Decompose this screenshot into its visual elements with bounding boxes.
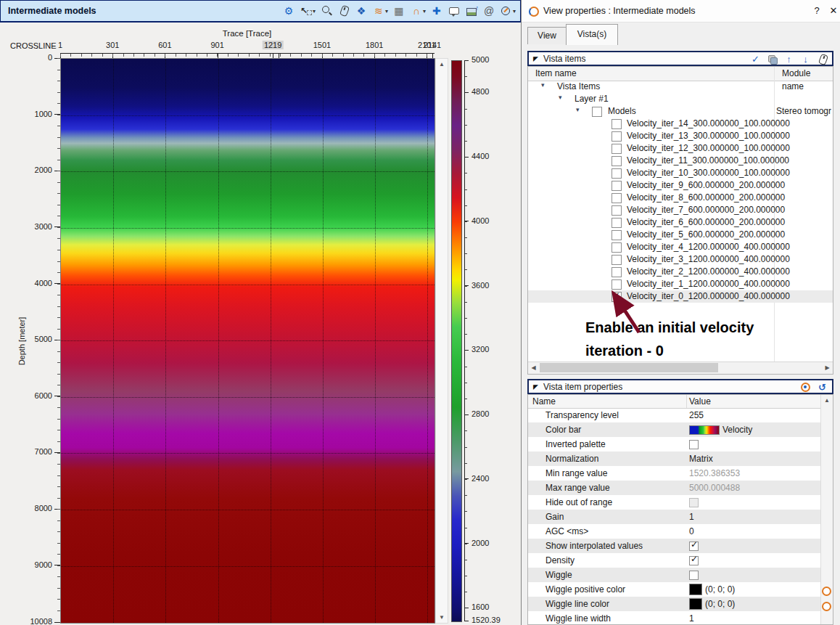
copy-items-icon[interactable] (767, 54, 778, 65)
move-up-icon[interactable]: ↑ (783, 54, 794, 65)
column-item-name[interactable]: Item name (535, 67, 577, 80)
property-checkbox[interactable] (689, 498, 699, 507)
tree-row[interactable]: Velocity_iter_11_300.000000_100.000000 (528, 155, 833, 167)
help-button[interactable]: ? (809, 0, 825, 22)
property-value[interactable]: Matrix (689, 452, 713, 466)
reset-icon[interactable]: ↺ (817, 382, 828, 393)
item-checkbox[interactable]: ✓ (612, 292, 622, 302)
scroll-up-icon[interactable]: ▲ (436, 59, 448, 70)
tree-row[interactable]: ▾ Vista Items (528, 81, 833, 93)
tree-row[interactable]: Velocity_iter_12_300.000000_100.000000 (528, 142, 833, 155)
property-row[interactable]: Density ✓ (528, 553, 821, 568)
dropdown-arrow-icon[interactable]: ▾ (313, 8, 316, 15)
property-value[interactable]: (0; 0; 0) (705, 582, 735, 597)
property-checkbox[interactable] (689, 440, 699, 449)
tree-row[interactable]: Velocity_iter_7_600.000000_200.000000 (528, 204, 833, 216)
property-value[interactable]: Velocity (722, 422, 752, 437)
item-checkbox[interactable] (612, 242, 622, 253)
scroll-right-icon[interactable]: ▶ (822, 362, 833, 373)
property-row[interactable]: Inverted palette (528, 437, 821, 452)
property-value[interactable]: 1 (689, 510, 694, 524)
tree-row[interactable]: ▾ Models Stereo tomogr (528, 105, 833, 118)
item-checkbox[interactable] (612, 230, 622, 240)
expand-arrow-icon[interactable]: ▾ (541, 81, 545, 89)
settings-gear-icon[interactable]: ⚙ (283, 3, 295, 19)
property-color-swatch[interactable] (689, 425, 720, 435)
item-checkbox[interactable] (612, 255, 622, 265)
dropdown-arrow-icon[interactable]: ▾ (513, 8, 516, 15)
tree-row[interactable]: Velocity_iter_14_300.000000_100.000000 (528, 118, 833, 130)
section-collapse-icon[interactable]: ◤ (533, 381, 538, 393)
expand-arrow-icon[interactable]: ▾ (559, 94, 562, 101)
scrollbar-thumb[interactable] (540, 363, 718, 372)
column-name[interactable]: Name (532, 395, 556, 408)
property-color-swatch[interactable] (689, 598, 702, 610)
comment-icon[interactable] (448, 3, 461, 19)
layers-icon[interactable]: ❖ (355, 3, 368, 19)
plot-vertical-scrollbar[interactable]: ▲ ▼ (435, 58, 448, 624)
item-checkbox[interactable] (592, 107, 602, 117)
wiggle-display-icon[interactable]: ≋ ▾ (373, 3, 388, 19)
property-row[interactable]: Max range value 5000.000488 (528, 481, 821, 495)
crosshair-icon[interactable]: ✚ (431, 3, 443, 19)
dropdown-arrow-icon[interactable]: ▾ (385, 8, 388, 15)
property-value[interactable]: (0; 0; 0) (705, 597, 735, 611)
close-icon[interactable]: ✕ (826, 0, 840, 22)
tree-row[interactable]: Velocity_iter_8_600.000000_200.000000 (528, 192, 833, 204)
property-row[interactable]: Gain 1 (528, 510, 821, 524)
item-checkbox[interactable] (612, 119, 622, 129)
zoom-icon[interactable] (321, 3, 333, 19)
property-checkbox[interactable]: ✓ (689, 556, 699, 565)
mouse-tool-icon[interactable] (338, 3, 350, 19)
tree-row[interactable]: ▾ Layer #1 (528, 93, 833, 105)
property-row[interactable]: Wiggle line color (0; 0; 0) (528, 597, 821, 611)
item-checkbox[interactable] (612, 193, 622, 203)
tree-row[interactable]: ✓ Velocity_iter_0_1200.000000_400.000000 (528, 290, 833, 303)
scroll-down-icon[interactable]: ▼ (436, 612, 448, 623)
property-checkbox[interactable]: ✓ (689, 542, 699, 551)
tree-row[interactable]: Velocity_iter_5_600.000000_200.000000 (528, 229, 833, 241)
vista-items-header[interactable]: ◤ Vista items ✓↑↓ (527, 51, 833, 66)
image-export-icon[interactable] (466, 3, 478, 19)
vista-item-properties-header[interactable]: ◤ Vista item properties ↺ (527, 379, 833, 394)
tab-vistas[interactable]: Vista(s) (566, 24, 618, 45)
item-checkbox[interactable] (612, 267, 622, 277)
tree-row[interactable]: Velocity_iter_4_1200.000000_400.000000 (528, 241, 833, 253)
property-row[interactable]: AGC <ms> 0 (528, 524, 821, 539)
property-row[interactable]: Color bar Velocity (528, 422, 821, 437)
tree-row[interactable]: Velocity_iter_6_600.000000_200.000000 (528, 216, 833, 229)
move-down-icon[interactable]: ↓ (800, 54, 811, 65)
target-icon[interactable] (800, 382, 811, 393)
property-value[interactable]: 1 (689, 611, 694, 625)
tree-row[interactable]: Velocity_iter_2_1200.000000_400.000000 (528, 266, 833, 278)
property-row[interactable]: Wiggle positive color (0; 0; 0) (528, 582, 821, 597)
item-checkbox[interactable] (612, 156, 622, 166)
property-checkbox[interactable] (689, 571, 699, 580)
item-checkbox[interactable] (612, 181, 622, 191)
property-value[interactable]: 5000.000488 (689, 481, 740, 495)
property-row[interactable]: Min range value 1520.386353 (528, 466, 821, 481)
item-checkbox[interactable] (612, 144, 622, 154)
tree-row[interactable]: Velocity_iter_3_1200.000000_400.000000 (528, 253, 833, 266)
property-value[interactable]: 1520.386353 (689, 466, 740, 481)
property-value[interactable]: 0 (689, 524, 694, 539)
apply-check-icon[interactable]: ✓ (750, 54, 761, 65)
selection-mode-icon[interactable]: ▾ (300, 3, 316, 19)
tree-row[interactable]: Velocity_iter_9_600.000000_200.000000 (528, 179, 833, 192)
section-collapse-icon[interactable]: ◤ (533, 53, 538, 65)
property-row[interactable]: Normalization Matrix (528, 452, 821, 466)
tree-row[interactable]: Velocity_iter_10_300.000000_100.000000 (528, 167, 833, 179)
expand-arrow-icon[interactable]: ▾ (576, 106, 580, 113)
property-row[interactable]: Show interpolated values ✓ (528, 539, 821, 553)
item-checkbox[interactable] (612, 279, 622, 290)
tree-row[interactable]: Velocity_iter_1_1200.000000_400.000000 (528, 278, 833, 290)
scroll-left-icon[interactable]: ◀ (528, 362, 539, 373)
property-row[interactable]: Wiggle (528, 568, 821, 582)
item-checkbox[interactable] (612, 168, 622, 179)
histogram-icon[interactable]: ∩ ▾ (411, 3, 426, 19)
tab-view[interactable]: View (527, 27, 567, 44)
item-checkbox[interactable] (612, 205, 622, 216)
tree-row[interactable]: Velocity_iter_13_300.000000_100.000000 (528, 130, 833, 142)
property-row[interactable]: Wiggle line width 1 (528, 611, 821, 625)
property-value[interactable]: 255 (689, 408, 704, 422)
